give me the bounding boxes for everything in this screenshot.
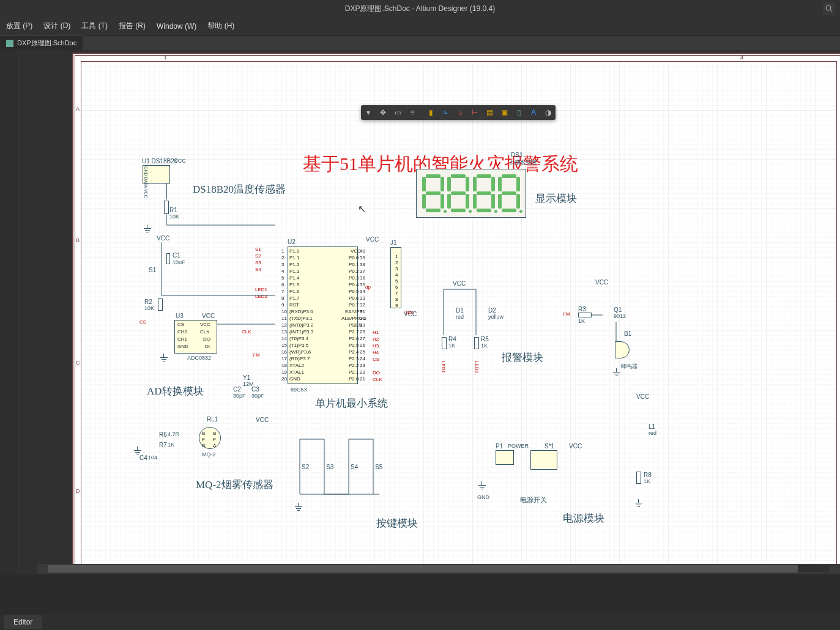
gnd-pwr xyxy=(477,485,487,492)
gnd-icon-1 xyxy=(143,228,152,235)
s2-label: S2 xyxy=(302,464,309,470)
align-icon[interactable]: ≡ xyxy=(405,105,420,120)
net-dp: dp xyxy=(365,284,371,290)
j1-pin-8: 8 xyxy=(395,297,398,302)
mcu-pnum-r8: 32 xyxy=(360,302,365,308)
comp-c1[interactable] xyxy=(166,253,170,264)
j1-pin-5: 5 xyxy=(395,278,398,284)
cursor-icon: ↖ xyxy=(358,203,366,215)
title-bar: DXP原理图.SchDoc - Altium Designer (19.0.4) xyxy=(0,0,840,17)
svg-point-0 xyxy=(826,6,831,10)
mcu-pnum-r15: 25 xyxy=(360,349,365,355)
module-mcu: 单片机最小系统 xyxy=(315,396,388,410)
draw-icon[interactable]: ◑ xyxy=(541,105,556,120)
gnd-icon[interactable]: ⏚ xyxy=(453,105,467,120)
net-do: DO xyxy=(373,370,380,376)
menu-window[interactable]: Window (W) xyxy=(157,22,196,31)
tab-label: DXP原理图.SchDoc xyxy=(17,39,76,48)
sw-label: S*1 xyxy=(545,443,554,450)
schematic-canvas[interactable]: ▾ ✥ ▭ ≡ ▮ ≈ ⏚ ⊢ ▤ ▣ ▯ A ◑ ↖ 1 4 A B C xyxy=(18,50,840,574)
text-icon[interactable]: A xyxy=(526,105,541,120)
net-cs2: CS xyxy=(373,357,379,362)
mcu-pin-r1: P0.0 xyxy=(349,255,359,261)
part-icon[interactable]: ▮ xyxy=(423,105,438,120)
sheet-icon[interactable]: ▯ xyxy=(511,105,526,120)
mcu-pin-l12: (INT1)P3.3 xyxy=(289,329,313,335)
vertical-ruler xyxy=(0,50,18,574)
ds1-label: DS1 xyxy=(511,152,522,158)
u1-label: U1 DS18B20 xyxy=(142,158,177,165)
r5-val: 1K xyxy=(481,343,488,349)
r4-label: R4 xyxy=(448,336,456,343)
mcu-pnum-l3: 4 xyxy=(281,269,284,274)
select-icon[interactable]: ▭ xyxy=(390,105,405,120)
j1-pin-2: 2 xyxy=(395,260,398,265)
r6-label: R6 xyxy=(159,431,167,438)
mcu-pnum-l12: 13 xyxy=(281,329,287,335)
adc-label: ADC0832 xyxy=(187,355,211,361)
move-icon[interactable]: ✥ xyxy=(376,105,390,120)
net-clk: CLK xyxy=(242,329,251,335)
comp-r1[interactable] xyxy=(164,201,169,214)
mcu-pin-r13: P2.6 xyxy=(349,336,359,341)
mcu-pnum-r7: 33 xyxy=(360,295,365,301)
schdoc-icon xyxy=(6,40,13,47)
comp-r8[interactable] xyxy=(636,472,641,484)
mcu-pnum-l17: 18 xyxy=(281,363,287,368)
ds1-type: 共阴数码管 xyxy=(510,159,537,167)
mcu-pnum-l6: 7 xyxy=(281,289,284,294)
comp-r3[interactable] xyxy=(578,313,592,317)
mcu-pnum-r10: 30 xyxy=(360,316,365,321)
menu-design[interactable]: 设计 (D) xyxy=(43,21,70,31)
active-bar: ▾ ✥ ▭ ≡ ▮ ≈ ⏚ ⊢ ▤ ▣ ▯ A ◑ xyxy=(361,105,556,120)
mcu-pnum-r18: 22 xyxy=(360,369,365,375)
ruler-col-1: 1 xyxy=(164,54,167,61)
mcu-pnum-l11: 12 xyxy=(281,322,287,328)
bus-icon[interactable]: ⊢ xyxy=(467,105,482,120)
mcu-pnum-l2: 3 xyxy=(281,262,284,267)
tab-schdoc[interactable]: DXP原理图.SchDoc xyxy=(0,35,83,50)
menu-report[interactable]: 报告 (R) xyxy=(119,21,146,31)
menu-tools[interactable]: 工具 (T) xyxy=(81,21,108,31)
comp-r2[interactable] xyxy=(158,298,163,311)
comp-ds1[interactable] xyxy=(416,169,526,218)
mcu-pin-r12: P2.7 xyxy=(349,329,359,335)
menu-help[interactable]: 帮助 (H) xyxy=(207,21,234,31)
mcu-pin-r17: P2.2 xyxy=(349,363,359,368)
schematic-sheet[interactable]: 1 4 A B C D 基于51单片机的智能火灾报警系统 DS18B20温度传感… xyxy=(73,54,840,574)
wire-icon[interactable]: ≈ xyxy=(438,105,453,120)
net-s2: S2 xyxy=(255,253,261,259)
module-ds18b20: DS18B20温度传感器 xyxy=(193,182,286,196)
u1-vcc: VCC xyxy=(174,158,186,164)
menu-place[interactable]: 放置 (P) xyxy=(6,21,32,31)
ruler-row-b: B xyxy=(76,237,80,243)
comp-r4[interactable] xyxy=(442,337,447,349)
adc-ch1: CH1 xyxy=(177,336,187,342)
window-title: DXP原理图.SchDoc - Altium Designer (19.0.4) xyxy=(345,4,495,14)
net-led1: LED1 xyxy=(440,361,446,373)
mcu-pnum-r4: 36 xyxy=(360,275,365,281)
port-icon[interactable]: ▣ xyxy=(497,105,511,120)
comp-sw[interactable] xyxy=(530,450,557,470)
mcu-pnum-l0: 1 xyxy=(281,248,284,254)
mcu-pnum-r16: 24 xyxy=(360,356,365,361)
filter-icon[interactable]: ▾ xyxy=(361,105,376,120)
j1-label: J1 xyxy=(390,239,397,246)
comp-p1[interactable] xyxy=(496,450,514,465)
comp-r5[interactable] xyxy=(474,337,479,349)
l1-label: L1 xyxy=(649,423,655,430)
mcu-pnum-r19: 21 xyxy=(360,376,365,382)
net-cs: CS xyxy=(139,319,146,325)
mcu-pin-l4: P1.4 xyxy=(289,275,299,281)
c2-label: C2 xyxy=(233,386,241,393)
scrollbar-horizontal[interactable] xyxy=(37,564,840,574)
gnd-label: GND xyxy=(477,494,489,500)
label-power-switch: 电源开关 xyxy=(520,495,547,505)
editor-button[interactable]: Editor xyxy=(4,615,42,629)
gnd-l1 xyxy=(634,503,644,510)
module-mq2: MQ-2烟雾传感器 xyxy=(196,478,273,492)
net-icon[interactable]: ▤ xyxy=(482,105,497,120)
mq2-label: MQ-2 xyxy=(202,451,216,458)
mcu-pin-l13: (T0)P3.4 xyxy=(289,336,308,341)
search-icon[interactable] xyxy=(823,2,835,15)
